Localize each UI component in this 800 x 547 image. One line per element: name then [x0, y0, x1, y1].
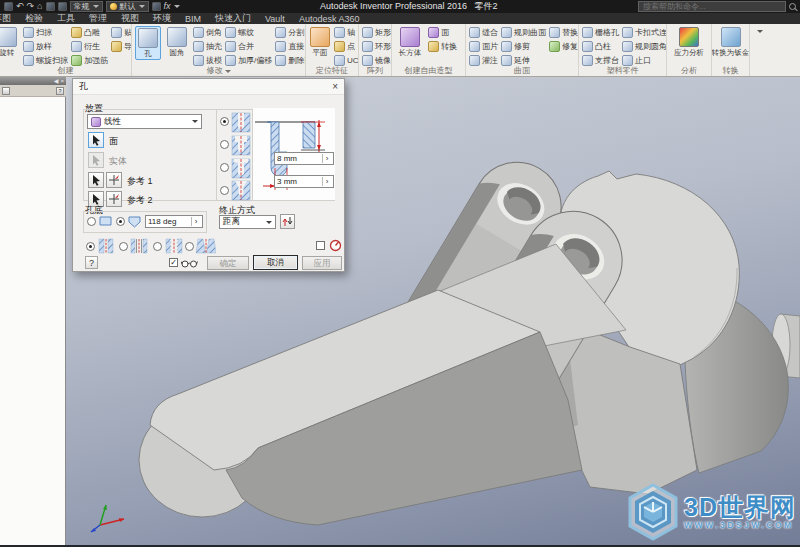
placement-type-dropdown[interactable]: 线性: [87, 114, 202, 129]
stress-analysis-button[interactable]: 应力分析: [670, 26, 708, 58]
box-freeform-button[interactable]: 长方体: [395, 26, 425, 58]
tab-view[interactable]: 视图: [121, 13, 139, 24]
help-search-input[interactable]: [638, 1, 786, 12]
derive-button[interactable]: 衍生: [71, 40, 108, 52]
ref1-direction-button[interactable]: [106, 172, 122, 188]
select-face-button[interactable]: [88, 132, 104, 148]
tab-getting-started[interactable]: 快速入门: [215, 13, 251, 24]
thicken-button[interactable]: 加厚/偏移: [225, 54, 272, 66]
emboss-button[interactable]: 凸雕: [71, 26, 108, 38]
decal-button[interactable]: 贴图: [111, 26, 132, 38]
ref2-direction-button[interactable]: [106, 191, 122, 207]
browser-filter-icon[interactable]: [2, 87, 10, 95]
select-solid-button[interactable]: [88, 152, 104, 168]
rib-button[interactable]: 加强筋: [71, 54, 108, 66]
ruled-surface-button[interactable]: 规则曲面: [501, 26, 546, 38]
search-icon[interactable]: [789, 3, 796, 10]
point-button[interactable]: 点: [334, 40, 359, 52]
freeform-face-button[interactable]: 面: [428, 26, 457, 38]
flip-direction-button[interactable]: [280, 214, 295, 229]
radio-drilled-hole[interactable]: [220, 117, 229, 126]
apply-button[interactable]: 应用: [302, 256, 342, 270]
panel-label-convert[interactable]: 转换: [712, 66, 749, 76]
panel-label-create[interactable]: 创建: [0, 66, 131, 76]
imate-checkbox[interactable]: [316, 241, 325, 250]
extend-button[interactable]: 延伸: [501, 54, 546, 66]
select-ref1-button[interactable]: [88, 172, 104, 188]
measure-icon[interactable]: [58, 2, 67, 11]
app-menu-icon[interactable]: [4, 2, 13, 11]
tab-manage[interactable]: 管理: [89, 13, 107, 24]
qat-overflow-icon[interactable]: [174, 5, 180, 8]
lip-button[interactable]: 止口: [622, 54, 667, 66]
close-icon[interactable]: ×: [332, 82, 338, 92]
direct-edit-button[interactable]: 直接: [275, 40, 306, 52]
convert-sheetmetal-button[interactable]: 转换为钣金: [712, 26, 750, 58]
material-dropdown[interactable]: 默认: [106, 1, 149, 12]
tab-environments[interactable]: 环境: [153, 13, 171, 24]
snap-fit-button[interactable]: 卡扣式连接: [622, 26, 667, 38]
undo-icon[interactable]: ↶: [16, 2, 24, 11]
help-button[interactable]: ?: [85, 256, 98, 269]
circ-pattern-button[interactable]: 环形: [362, 40, 391, 52]
hole-dialog-titlebar[interactable]: 孔 ×: [73, 79, 344, 95]
visual-style-dropdown[interactable]: 常规: [70, 1, 103, 12]
browser-title-bar[interactable]: ◀ ×: [0, 77, 66, 85]
panel-label-freeform[interactable]: 创建自由造型: [392, 66, 465, 76]
radio-countersink-hole[interactable]: [220, 186, 229, 195]
redo-icon[interactable]: ↷: [27, 2, 35, 11]
boss-button[interactable]: 凸柱: [582, 40, 619, 52]
thread-button[interactable]: 螺纹: [225, 26, 272, 38]
revolve-button[interactable]: 旋转: [0, 26, 20, 58]
delete-face-button[interactable]: 删除面: [275, 54, 306, 66]
tab-tools[interactable]: 工具: [57, 13, 75, 24]
depth-spinner-icon[interactable]: ›: [322, 154, 331, 163]
cancel-button[interactable]: 取消: [253, 255, 298, 270]
sweep-button[interactable]: 扫掠: [23, 26, 68, 38]
panel-label-pattern[interactable]: 阵列: [359, 66, 391, 76]
combine-button[interactable]: 合并: [225, 40, 272, 52]
tab-a360[interactable]: Autodesk A360: [299, 14, 360, 24]
radio-clearance-hole[interactable]: [119, 242, 128, 251]
patch-button[interactable]: 面片: [469, 40, 498, 52]
tab-bim[interactable]: BIM: [185, 14, 201, 24]
hole-button[interactable]: 孔: [135, 26, 161, 60]
stitch-button[interactable]: 缝合: [469, 26, 498, 38]
sculpt-button[interactable]: 灌注: [469, 54, 498, 66]
shell-button[interactable]: 抽壳: [193, 40, 222, 52]
rest-button[interactable]: 支撑台: [582, 54, 619, 66]
radio-angle-bottom[interactable]: [116, 217, 125, 226]
fx-parameters-icon[interactable]: fx: [164, 2, 171, 11]
tab-sketch[interactable]: 草图: [0, 13, 11, 24]
radio-taper-tapped-hole[interactable]: [185, 242, 194, 251]
browser-collapse-icon[interactable]: ◀: [54, 78, 59, 84]
browser-close-icon[interactable]: ×: [60, 78, 64, 84]
ucs-button[interactable]: UCS: [334, 54, 359, 66]
diameter-field[interactable]: 3 mm ›: [274, 175, 334, 188]
freeform-convert-button[interactable]: 转换: [428, 40, 457, 52]
chamfer-button[interactable]: 倒角: [193, 26, 222, 38]
replace-face-button[interactable]: 替换面: [549, 26, 579, 38]
ok-button[interactable]: 确定: [207, 256, 249, 270]
panel-label-modify[interactable]: 修改: [132, 66, 305, 76]
tab-inspect[interactable]: 检验: [25, 13, 43, 24]
diameter-spinner-icon[interactable]: ›: [322, 177, 331, 186]
rule-fillet-button[interactable]: 规则圆角: [622, 40, 667, 52]
radio-tapped-hole[interactable]: [153, 242, 162, 251]
radio-spotface-hole[interactable]: [220, 163, 229, 172]
repair-body-button[interactable]: 修复实体: [549, 40, 579, 52]
panel-label-analysis[interactable]: 分析: [667, 66, 711, 76]
parameters-icon[interactable]: [152, 2, 161, 11]
preview-checkbox[interactable]: ✓: [169, 258, 178, 267]
draft-button[interactable]: 拔模: [193, 54, 222, 66]
panel-label-plastic[interactable]: 塑料零件: [579, 66, 666, 76]
rect-pattern-button[interactable]: 矩形: [362, 26, 391, 38]
panel-label-surface[interactable]: 曲面: [466, 66, 578, 76]
angle-field[interactable]: 118 deg ›: [145, 215, 203, 228]
termination-dropdown[interactable]: 距离: [219, 215, 276, 229]
depth-field[interactable]: 8 mm ›: [274, 152, 334, 165]
tab-vault[interactable]: Vault: [265, 14, 285, 24]
grill-button[interactable]: 栅格孔: [582, 26, 619, 38]
loft-button[interactable]: 放样: [23, 40, 68, 52]
angle-spinner-icon[interactable]: ›: [191, 217, 200, 226]
